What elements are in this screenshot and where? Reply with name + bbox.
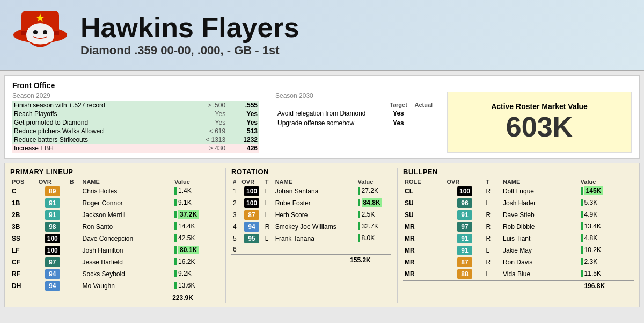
svg-point-4	[33, 30, 38, 34]
table-row: SS100Dave Concepcion42.5K	[10, 233, 219, 245]
table-row: 387LHerb Score2.5K	[231, 209, 391, 221]
front-office-section: Front Office Season 2029 Finish season w…	[4, 75, 640, 159]
rotation-section: ROTATION #OVRTNAMEValue1100LJohan Santan…	[225, 168, 391, 303]
fo-curr-goals: Season 2030 Target Actual Avoid relegati…	[275, 92, 436, 153]
table-row: 3B98Ron Santo14.4K	[10, 221, 219, 233]
table-row: 2100LRube Foster84.8K	[231, 197, 391, 209]
table-row: 1100LJohan Santana27.2K	[231, 185, 391, 197]
fo-content: Season 2029 Finish season with +.527 rec…	[12, 92, 632, 153]
market-value-number: 603K	[506, 111, 573, 143]
table-row: C89Chris Hoiles1.4K	[10, 185, 219, 197]
lineup-total-row: 223.9K	[10, 292, 219, 303]
table-row: CF97Jesse Barfield16.2K	[10, 256, 219, 268]
table-row: 1B91Roger Connor9.1K	[10, 197, 219, 209]
bullpen-title: BULLPEN	[403, 168, 634, 176]
table-row: MR91RLuis Tiant4.8K	[403, 233, 634, 245]
lineup-title: PRIMARY LINEUP	[10, 168, 219, 176]
bullpen-total-row: 196.8K	[403, 281, 634, 291]
table-row: 494RSmokey Joe Williams32.7K	[231, 221, 391, 233]
team-info: Hawkins Flayers Diamond .359 00-00, .000…	[80, 12, 299, 57]
table-row: MR87RRon Davis2.3K	[403, 256, 634, 268]
rotation-total-row: 155.2K	[231, 255, 391, 265]
table-row: MR97RRob Dibble13.4K	[403, 221, 634, 233]
bullpen-section: BULLPEN ROLEOVRTNAMEValueCL100RDolf Luqu…	[397, 168, 634, 303]
rotation-total-table: 155.2K	[231, 254, 391, 265]
market-value-label: Active Roster Market Value	[491, 102, 588, 111]
lineup-section: PRIMARY LINEUP POSOVRBNAMEValueC89Chris …	[10, 168, 219, 303]
market-value-box: Active Roster Market Value 603K	[447, 92, 632, 153]
season-curr-label: Season 2030	[275, 92, 436, 99]
table-row: SU96LJosh Hader5.3K	[403, 197, 634, 209]
team-subtitle: Diamond .359 00-00, .000, - GB - 1st	[80, 44, 299, 58]
table-row: 595LFrank Tanana8.0K	[231, 233, 391, 245]
lineup-table: POSOVRBNAMEValueC89Chris Hoiles1.4K1B91R…	[10, 178, 219, 292]
table-row: DH94Mo Vaughn13.6K	[10, 280, 219, 292]
fo-title: Front Office	[12, 81, 632, 90]
fo-prev-table: Finish season with +.527 record > .500 .…	[12, 101, 259, 153]
lineup-total-table: 223.9K	[10, 292, 219, 303]
table-row: RF94Socks Seybold9.2K	[10, 268, 219, 280]
table-row: SU91RDave Stieb4.9K	[403, 209, 634, 221]
svg-point-5	[43, 30, 47, 34]
table-row: CL100RDolf Luque145K	[403, 185, 634, 197]
fo-left: Season 2029 Finish season with +.527 rec…	[12, 92, 259, 153]
bottom-section: PRIMARY LINEUP POSOVRBNAMEValueC89Chris …	[4, 163, 640, 307]
rotation-table: #OVRTNAMEValue1100LJohan Santana27.2K210…	[231, 178, 391, 254]
table-row: 6	[231, 245, 391, 254]
team-logo	[11, 5, 70, 64]
header: Hawkins Flayers Diamond .359 00-00, .000…	[0, 0, 644, 71]
fo-right: Season 2030 Target Actual Avoid relegati…	[275, 92, 632, 153]
table-row: MR88LVida Blue11.5K	[403, 268, 634, 280]
rotation-title: ROTATION	[231, 168, 391, 176]
bullpen-table: ROLEOVRTNAMEValueCL100RDolf Luque145KSU9…	[403, 178, 634, 280]
fo-curr-table: Target Actual Avoid relegation from Diam…	[275, 101, 436, 128]
season-prev-label: Season 2029	[12, 92, 259, 99]
table-row: 2B91Jackson Merrill37.2K	[10, 209, 219, 221]
table-row: LF100Josh Hamilton80.1K	[10, 245, 219, 256]
bullpen-total-table: 196.8K	[403, 280, 634, 291]
team-name: Hawkins Flayers	[80, 12, 299, 43]
table-row: MR91LJakie May10.2K	[403, 245, 634, 256]
